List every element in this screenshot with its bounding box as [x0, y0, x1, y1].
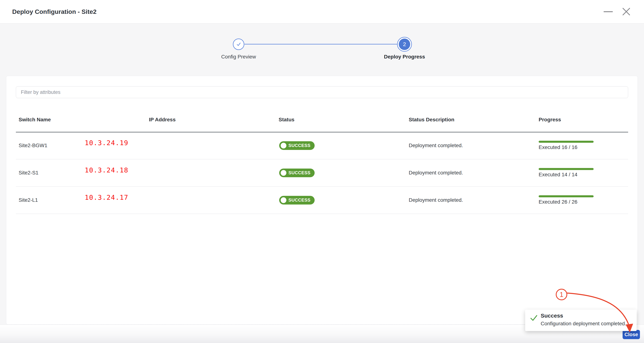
- switch-name-cell: Site2-L1: [19, 186, 38, 214]
- minimize-button[interactable]: [604, 7, 613, 16]
- ip-address-cell: 10.3.24.19: [85, 129, 128, 156]
- check-icon: [235, 41, 242, 47]
- close-window-button[interactable]: [622, 7, 631, 16]
- step-number-badge: 2: [399, 38, 410, 50]
- progress-label: Executed 14 / 14: [539, 172, 578, 178]
- column-header-ip-address: IP Address: [149, 107, 176, 132]
- table-row: Site2-L1 10.3.24.17 SUCCESS Deployment c…: [6, 186, 638, 214]
- status-badge: SUCCESS: [279, 196, 314, 205]
- step-config-preview[interactable]: [233, 38, 244, 50]
- status-description-cell: Deployment completed.: [409, 132, 463, 159]
- status-cell: SUCCESS: [279, 159, 314, 186]
- toast-title: Success: [541, 313, 563, 319]
- progress-label: Executed 26 / 26: [539, 199, 578, 205]
- success-toast[interactable]: Success Configuration deployment complet…: [525, 310, 636, 331]
- status-dot-icon: [281, 143, 286, 148]
- step-label-config-preview: Config Preview: [200, 54, 277, 60]
- window-controls: [604, 0, 631, 23]
- switch-name-cell: Site2-S1: [19, 159, 38, 186]
- column-header-switch-name: Switch Name: [19, 107, 51, 132]
- column-header-status-description: Status Description: [409, 107, 454, 132]
- ip-address-cell: 10.3.24.18: [85, 156, 128, 184]
- toast-message: Configuration deployment completed.: [541, 321, 626, 327]
- filter-input[interactable]: [16, 86, 628, 98]
- progress-bar: [539, 195, 594, 197]
- status-badge: SUCCESS: [279, 141, 314, 150]
- check-icon: [530, 314, 538, 322]
- stepper-connector: [244, 44, 397, 44]
- close-icon: [622, 7, 631, 16]
- status-badge: SUCCESS: [279, 169, 314, 177]
- status-cell: SUCCESS: [279, 186, 314, 214]
- step-deploy-progress[interactable]: 2: [397, 37, 412, 52]
- close-button[interactable]: Close: [622, 330, 640, 339]
- progress-cell: Executed 26 / 26: [539, 186, 594, 214]
- progress-cell: Executed 14 / 14: [539, 159, 594, 186]
- step-label-deploy-progress: Deploy Progress: [366, 54, 443, 60]
- ip-address-cell: 10.3.24.17: [85, 184, 128, 211]
- table-row: Site2-S1 10.3.24.18 SUCCESS Deployment c…: [6, 159, 638, 186]
- progress-bar: [539, 141, 594, 143]
- status-description-cell: Deployment completed.: [409, 159, 463, 186]
- progress-label: Executed 16 / 16: [539, 144, 578, 150]
- switch-name-cell: Site2-BGW1: [19, 132, 48, 159]
- status-dot-icon: [281, 170, 286, 176]
- page-title: Deploy Configuration - Site2: [12, 0, 96, 23]
- progress-cell: Executed 16 / 16: [539, 132, 594, 159]
- status-description-cell: Deployment completed.: [409, 186, 463, 214]
- table-row: Site2-BGW1 10.3.24.19 SUCCESS Deployment…: [6, 132, 638, 159]
- status-cell: SUCCESS: [279, 132, 314, 159]
- deploy-progress-card: Switch Name IP Address Status Status Des…: [6, 76, 638, 325]
- minimize-icon: [604, 11, 613, 12]
- table-header-row: Switch Name IP Address Status Status Des…: [6, 107, 638, 132]
- dialog-titlebar: Deploy Configuration - Site2: [0, 0, 644, 23]
- status-dot-icon: [281, 197, 286, 203]
- progress-bar: [539, 168, 594, 170]
- column-header-progress: Progress: [539, 107, 561, 132]
- column-header-status: Status: [279, 107, 294, 132]
